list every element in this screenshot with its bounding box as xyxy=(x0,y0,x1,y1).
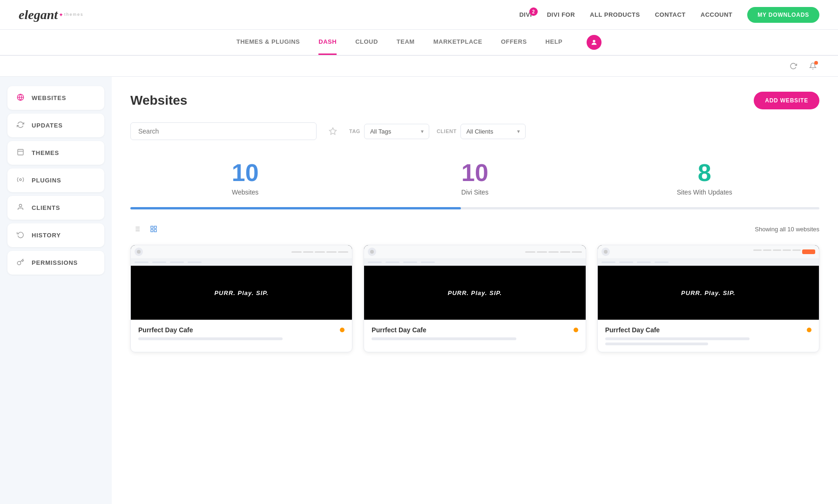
tab-help[interactable]: HELP xyxy=(546,30,563,55)
stat-divi-sites-number: 10 xyxy=(360,161,589,185)
progress-bar-container xyxy=(130,207,819,209)
stats-row: 10 Websites 10 Divi Sites 8 Sites With U… xyxy=(130,153,819,207)
main-header: Websites ADD WEBSITE xyxy=(130,92,819,109)
svg-point-0 xyxy=(593,40,595,42)
card-name-1: Purrfect Day Cafe xyxy=(138,326,193,334)
card-preview-header-2 xyxy=(364,245,585,258)
sidebar-item-updates[interactable]: UPDATES xyxy=(7,114,104,137)
tab-cloud[interactable]: CLOUD xyxy=(355,30,378,55)
logo-star-icon: ✦ xyxy=(59,12,63,18)
globe-icon xyxy=(16,94,25,102)
card-preview-header-3 xyxy=(598,245,819,258)
card-status-dot-1 xyxy=(340,328,345,332)
card-site-logo-3 xyxy=(601,248,610,256)
list-view-button[interactable] xyxy=(130,222,143,235)
themes-icon xyxy=(16,148,25,157)
stat-divi-sites: 10 Divi Sites xyxy=(360,153,589,207)
sidebar-label-plugins: PLUGINS xyxy=(32,177,61,184)
view-controls: Showing all 10 websites xyxy=(130,222,819,235)
logo[interactable]: elegant ✦ themes xyxy=(19,7,84,22)
card-site-logo-2 xyxy=(368,248,376,256)
top-links: DIVI 2 DIVI FOR ALL PRODUCTS CONTACT ACC… xyxy=(519,7,819,23)
tab-offers[interactable]: OFFERS xyxy=(501,30,527,55)
card-preview-text-3: PURR. Play. SIP. xyxy=(681,289,735,296)
account-link[interactable]: ACCOUNT xyxy=(701,11,733,18)
grid-view-button[interactable] xyxy=(147,222,160,235)
profile-avatar[interactable] xyxy=(587,35,601,50)
stat-sites-with-updates: 8 Sites With Updates xyxy=(590,153,819,207)
clients-icon xyxy=(16,203,25,212)
tag-select[interactable]: All Tags xyxy=(364,124,429,139)
card-info-1: Purrfect Day Cafe xyxy=(131,320,352,347)
client-label: CLIENT xyxy=(437,128,457,134)
permissions-icon xyxy=(16,258,25,267)
card-preview-3: PURR. Play. SIP. xyxy=(598,245,819,320)
tag-filter-group: TAG All Tags ▼ xyxy=(349,124,429,139)
stat-websites: 10 Websites xyxy=(130,153,360,207)
card-site-logo-1 xyxy=(135,248,143,256)
divi-for-link[interactable]: DIVI FOR xyxy=(547,11,575,18)
card-url-bar-short-3 xyxy=(605,343,709,345)
card-name-row-1: Purrfect Day Cafe xyxy=(138,326,345,334)
card-name-row-3: Purrfect Day Cafe xyxy=(605,326,811,334)
all-products-link[interactable]: ALL PRODUCTS xyxy=(590,11,640,18)
tag-select-wrapper: All Tags ▼ xyxy=(364,124,429,139)
notification-icon[interactable] xyxy=(806,60,819,73)
website-card-2[interactable]: PURR. Play. SIP. Purrfect Day Cafe xyxy=(364,245,586,352)
showing-count-text: Showing all 10 websites xyxy=(755,226,819,233)
card-url-bar-2 xyxy=(372,337,516,340)
client-select-wrapper: All Clients ▼ xyxy=(460,124,526,139)
sidebar-item-history[interactable]: HISTORY xyxy=(7,223,104,247)
contact-link[interactable]: CONTACT xyxy=(655,11,686,18)
svg-marker-7 xyxy=(330,128,337,134)
client-select[interactable]: All Clients xyxy=(460,124,526,139)
divi-badge-count: 2 xyxy=(529,7,538,16)
svg-rect-3 xyxy=(18,149,23,155)
sidebar-label-websites: WEBSITES xyxy=(32,94,66,101)
svg-rect-16 xyxy=(154,229,156,232)
plugins-icon xyxy=(16,176,25,185)
card-info-2: Purrfect Day Cafe xyxy=(364,320,585,347)
search-input[interactable] xyxy=(130,122,317,140)
svg-point-6 xyxy=(19,204,21,207)
sidebar-item-plugins[interactable]: PLUGINS xyxy=(7,168,104,192)
tab-dash[interactable]: DASH xyxy=(318,30,337,55)
svg-point-5 xyxy=(20,179,21,181)
app-layout: WEBSITES UPDATES THEMES PLUGINS CLIENTS xyxy=(0,77,838,504)
website-card-3[interactable]: PURR. Play. SIP. Purrfect Day Cafe xyxy=(597,245,819,352)
divi-link[interactable]: DIVI 2 xyxy=(519,11,532,18)
cards-grid: PURR. Play. SIP. Purrfect Day Cafe xyxy=(130,245,819,352)
refresh-icon[interactable] xyxy=(787,60,800,73)
logo-name: elegant xyxy=(19,7,58,22)
second-nav: THEMES & PLUGINS DASH CLOUD TEAM MARKETP… xyxy=(0,30,838,56)
tab-team[interactable]: TEAM xyxy=(397,30,415,55)
card-status-dot-2 xyxy=(574,328,578,332)
tab-themes-plugins[interactable]: THEMES & PLUGINS xyxy=(237,30,300,55)
sidebar-label-updates: UPDATES xyxy=(32,122,63,129)
history-icon xyxy=(16,231,25,240)
add-website-button[interactable]: ADD WEBSITE xyxy=(754,92,819,109)
stat-divi-sites-label: Divi Sites xyxy=(360,188,589,196)
favorites-filter-button[interactable] xyxy=(324,122,342,140)
card-preview-text-2: PURR. Play. SIP. xyxy=(448,289,502,296)
card-name-3: Purrfect Day Cafe xyxy=(605,326,660,334)
page-title: Websites xyxy=(130,93,187,108)
card-preview-text-1: PURR. Play. SIP. xyxy=(214,289,268,296)
sidebar-item-permissions[interactable]: PERMISSIONS xyxy=(7,251,104,275)
top-nav: elegant ✦ themes DIVI 2 DIVI FOR ALL PRO… xyxy=(0,0,838,30)
tab-marketplace[interactable]: MARKETPLACE xyxy=(433,30,482,55)
tag-label: TAG xyxy=(349,128,360,134)
card-preview-header-1 xyxy=(131,245,352,258)
downloads-button[interactable]: MY DOWNLOADS xyxy=(747,7,819,23)
updates-icon xyxy=(16,121,25,130)
filters-row: TAG All Tags ▼ CLIENT All Clients ▼ xyxy=(130,122,819,140)
sidebar-item-websites[interactable]: WEBSITES xyxy=(7,86,104,110)
stat-updates-number: 8 xyxy=(590,161,819,185)
sidebar-item-themes[interactable]: THEMES xyxy=(7,141,104,165)
sidebar-item-clients[interactable]: CLIENTS xyxy=(7,196,104,220)
stat-websites-number: 10 xyxy=(130,161,360,185)
website-card-1[interactable]: PURR. Play. SIP. Purrfect Day Cafe xyxy=(130,245,352,352)
sidebar-label-history: HISTORY xyxy=(32,232,61,239)
logo-tagline: themes xyxy=(64,12,84,17)
card-preview-1: PURR. Play. SIP. xyxy=(131,245,352,320)
